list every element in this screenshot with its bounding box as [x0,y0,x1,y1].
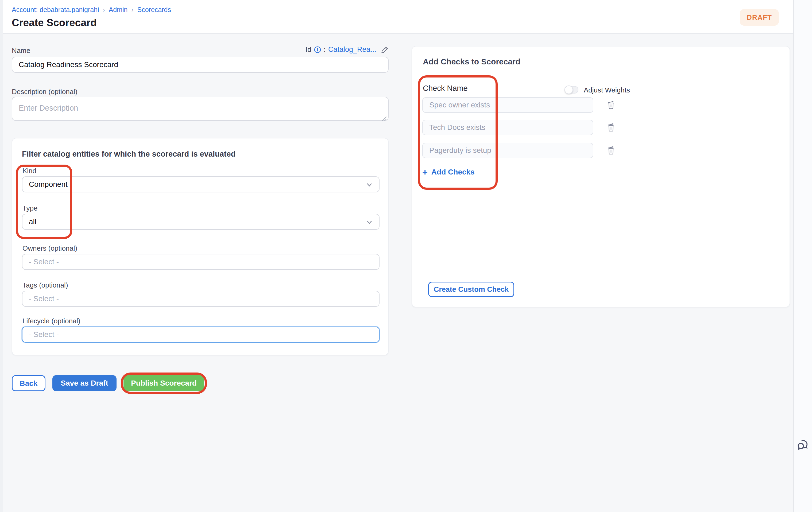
owners-select[interactable]: - Select - [22,254,380,270]
breadcrumb-admin-link[interactable]: Admin [109,6,128,13]
delete-check-icon[interactable] [606,99,616,111]
edit-id-icon[interactable] [381,46,388,54]
check-name-input[interactable] [422,143,593,158]
type-label: Type [23,204,37,212]
status-badge: DRAFT [740,9,779,26]
add-checks-label: Add Checks [431,168,475,176]
breadcrumb-account-link[interactable]: Account: debabrata.panigrahi [12,6,99,13]
chat-help-icon[interactable] [796,438,810,452]
add-checks-title: Add Checks to Scorecard [423,57,520,66]
kind-select-value: Component [29,180,68,189]
right-edge-rail [793,0,812,512]
scorecard-id-link[interactable]: Catalog_Rea... [328,46,376,54]
id-label: Id [306,46,311,54]
info-icon[interactable] [314,46,321,53]
create-custom-check-button[interactable]: Create Custom Check [428,282,514,297]
filter-heading: Filter catalog entities for which the sc… [22,150,235,158]
add-checks-link[interactable]: + Add Checks [422,168,475,176]
create-scorecard-page: Account: debabrata.panigrahi › Admin › S… [0,0,812,512]
lifecycle-select[interactable]: - Select - [22,327,380,342]
resize-handle-icon[interactable] [381,113,386,119]
delete-check-icon[interactable] [606,122,616,133]
description-input[interactable] [12,97,388,121]
type-select-value: all [29,217,36,226]
id-row: Id : Catalog_Rea... [225,46,388,54]
lifecycle-label: Lifecycle (optional) [23,317,81,325]
back-button[interactable]: Back [12,375,46,391]
add-checks-card: Add Checks to Scorecard Check Name Adjus… [412,46,790,307]
owners-select-placeholder: - Select - [29,258,59,266]
left-edge-rail [0,0,3,512]
page-header: Account: debabrata.panigrahi › Admin › S… [3,0,793,34]
kind-select[interactable]: Component [22,176,380,192]
filter-card: Filter catalog entities for which the sc… [12,138,388,355]
check-name-label: Check Name [423,84,468,93]
name-label: Name [12,47,30,55]
description-label: Description (optional) [12,88,78,96]
breadcrumb-scorecards-link[interactable]: Scorecards [137,6,171,13]
id-colon: : [324,46,325,54]
tags-label: Tags (optional) [23,281,68,290]
owners-label: Owners (optional) [23,244,77,252]
toggle-knob [564,86,573,94]
tags-select[interactable]: - Select - [22,291,380,307]
check-name-input[interactable] [422,97,593,113]
type-select[interactable]: all [22,214,380,230]
page-title: Create Scorecard [12,17,97,29]
adjust-weights-toggle[interactable] [564,86,578,93]
tags-select-placeholder: - Select - [29,295,59,303]
plus-icon: + [422,168,428,176]
chevron-down-icon [366,219,373,225]
name-input[interactable] [12,57,388,73]
publish-scorecard-button[interactable]: Publish Scorecard [123,375,204,391]
lifecycle-select-placeholder: - Select - [29,330,59,339]
breadcrumb-separator: › [103,6,105,13]
delete-check-icon[interactable] [606,145,616,157]
adjust-weights-label: Adjust Weights [584,86,630,94]
breadcrumb: Account: debabrata.panigrahi › Admin › S… [12,6,171,13]
breadcrumb-separator: › [132,6,134,13]
check-name-input[interactable] [422,120,593,135]
kind-label: Kind [23,167,36,175]
chevron-down-icon [366,181,373,188]
save-as-draft-button[interactable]: Save as Draft [52,375,117,391]
